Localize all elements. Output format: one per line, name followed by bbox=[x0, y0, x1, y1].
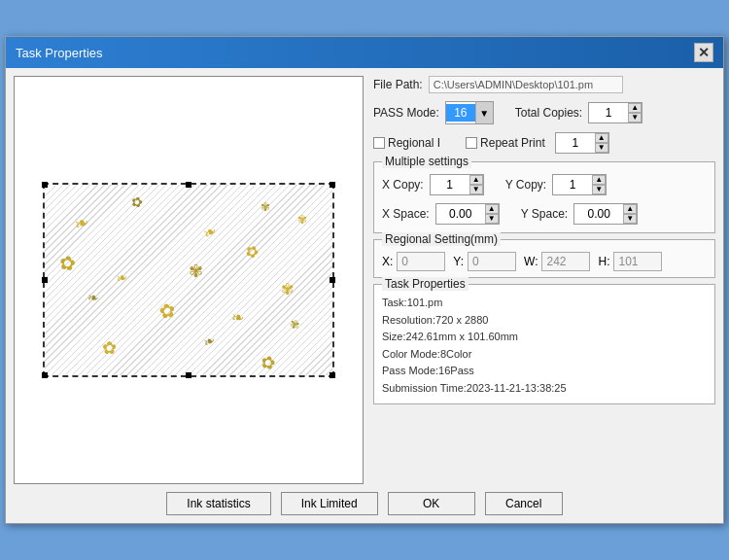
total-copies-input[interactable] bbox=[589, 104, 628, 122]
reg-y-input[interactable] bbox=[468, 252, 516, 271]
ink-statistics-button[interactable]: Ink statistics bbox=[166, 492, 270, 515]
task-resolution: Resolution:720 x 2880 bbox=[382, 312, 707, 330]
x-copy-spinner[interactable]: ▲ ▼ bbox=[430, 174, 484, 195]
regional-i-checkbox[interactable] bbox=[373, 137, 385, 149]
ink-blob: ✿ bbox=[243, 240, 262, 262]
ok-button[interactable]: OK bbox=[388, 492, 475, 515]
reg-y-label: Y: bbox=[453, 255, 464, 268]
file-path-label: File Path: bbox=[373, 78, 423, 91]
x-space-down[interactable]: ▼ bbox=[485, 214, 499, 224]
handle-top-mid[interactable] bbox=[186, 182, 191, 188]
task-properties-section: Task Properties Task:101.pm Resolution:7… bbox=[373, 284, 715, 404]
reg-x-label: X: bbox=[382, 255, 393, 268]
regional-setting-section: Regional Setting(mm) X: Y: W: H: bbox=[373, 239, 715, 278]
task-color-mode: Color Mode:8Color bbox=[382, 346, 707, 364]
ink-blob: ❧ bbox=[231, 308, 244, 327]
handle-bottom-left[interactable] bbox=[42, 372, 48, 378]
repeat-print-spinner[interactable]: ▲ ▼ bbox=[555, 132, 609, 154]
button-row: Ink statistics Ink Limited OK Cancel bbox=[6, 492, 723, 523]
regional-i-checkbox-group: Regional I bbox=[373, 136, 440, 150]
cancel-button[interactable]: Cancel bbox=[485, 492, 563, 515]
ink-blob: ✾ bbox=[189, 261, 203, 282]
y-space-up[interactable]: ▲ bbox=[623, 204, 637, 214]
y-space-label: Y Space: bbox=[521, 207, 568, 221]
pass-mode-label: PASS Mode: bbox=[373, 106, 439, 120]
x-space-input[interactable] bbox=[436, 205, 485, 223]
y-copy-label: Y Copy: bbox=[505, 178, 546, 192]
reg-w-label: W: bbox=[524, 255, 538, 268]
multiple-settings-section: Multiple settings X Copy: ▲ ▼ Y Copy: bbox=[373, 161, 715, 233]
y-copy-input[interactable] bbox=[553, 176, 592, 193]
ink-blob: ✿ bbox=[57, 250, 78, 276]
repeat-print-label: Repeat Print bbox=[480, 136, 545, 150]
task-pass-mode: Pass Mode:16Pass bbox=[382, 363, 707, 380]
regional-i-label: Regional I bbox=[388, 136, 440, 150]
window-title: Task Properties bbox=[16, 46, 103, 60]
file-path-input[interactable] bbox=[429, 76, 623, 93]
reg-h-label: H: bbox=[598, 255, 609, 268]
task-size: Size:242.61mm x 101.60mm bbox=[382, 329, 707, 346]
y-copy-spinner-btns: ▲ ▼ bbox=[592, 175, 606, 194]
y-copy-up[interactable]: ▲ bbox=[592, 175, 606, 185]
ink-blob: ✾ bbox=[281, 280, 294, 298]
repeat-print-up[interactable]: ▲ bbox=[595, 133, 608, 143]
ink-blob: ✿ bbox=[102, 337, 117, 359]
x-space-spinner[interactable]: ▲ ▼ bbox=[435, 203, 500, 225]
pass-mode-row: PASS Mode: 16 ▼ Total Copies: ▲ ▼ bbox=[373, 101, 715, 124]
reg-w-input[interactable] bbox=[541, 252, 590, 271]
regional-xywh-row: X: Y: W: H: bbox=[382, 252, 707, 271]
y-copy-down[interactable]: ▼ bbox=[592, 185, 606, 194]
y-space-spinner-btns: ▲ ▼ bbox=[623, 204, 637, 224]
y-copy-spinner[interactable]: ▲ ▼ bbox=[552, 174, 607, 195]
reg-h-input[interactable] bbox=[613, 252, 662, 271]
total-copies-down[interactable]: ▼ bbox=[628, 113, 642, 122]
handle-bottom-right[interactable] bbox=[330, 372, 335, 378]
regional-setting-content: X: Y: W: H: bbox=[382, 252, 707, 271]
handle-bottom-mid[interactable] bbox=[186, 372, 191, 378]
pass-mode-arrow[interactable]: ▼ bbox=[475, 102, 493, 123]
close-button[interactable]: ✕ bbox=[694, 43, 713, 62]
x-space-spinner-btns: ▲ ▼ bbox=[485, 204, 499, 224]
x-space-up[interactable]: ▲ bbox=[485, 204, 499, 214]
pass-mode-value: 16 bbox=[446, 104, 475, 122]
total-copies-label: Total Copies: bbox=[515, 106, 582, 120]
ink-blob: ❧ bbox=[70, 211, 91, 236]
y-space-input[interactable] bbox=[574, 205, 623, 223]
y-space-spinner[interactable]: ▲ ▼ bbox=[573, 203, 638, 225]
ink-blob: ❧ bbox=[115, 269, 130, 288]
y-space-down[interactable]: ▼ bbox=[623, 214, 637, 224]
task-name: Task:101.pm bbox=[382, 295, 707, 312]
handle-mid-left[interactable] bbox=[42, 277, 48, 283]
repeat-print-input[interactable] bbox=[556, 134, 595, 152]
ink-blob: ❧ bbox=[199, 221, 220, 243]
close-icon: ✕ bbox=[698, 45, 710, 60]
repeat-print-down[interactable]: ▼ bbox=[595, 143, 608, 153]
x-copy-spinner-btns: ▲ ▼ bbox=[469, 175, 483, 194]
handle-mid-right[interactable] bbox=[330, 277, 335, 283]
ink-limited-button[interactable]: Ink Limited bbox=[281, 492, 378, 515]
x-copy-input[interactable] bbox=[431, 176, 469, 193]
multiple-settings-content: X Copy: ▲ ▼ Y Copy: ▲ bbox=[382, 174, 707, 227]
x-copy-up[interactable]: ▲ bbox=[469, 175, 483, 185]
file-path-row: File Path: bbox=[373, 76, 715, 93]
ink-blob: ✾ bbox=[260, 200, 270, 214]
task-submission-time: Submission Time:2023-11-21-13:38:25 bbox=[382, 380, 707, 398]
ink-blob: ❧ bbox=[87, 290, 99, 305]
ink-blob: ❧ bbox=[200, 332, 218, 351]
total-copies-spinner[interactable]: ▲ ▼ bbox=[588, 102, 642, 123]
repeat-print-checkbox[interactable] bbox=[466, 137, 477, 149]
total-copies-up[interactable]: ▲ bbox=[628, 103, 642, 113]
ink-blob: ✾ bbox=[297, 213, 307, 227]
task-properties-window: Task Properties ✕ ❧ ✿ ❧ ✾ ✿ ❧ ✾ bbox=[5, 36, 724, 524]
pass-mode-select[interactable]: 16 ▼ bbox=[445, 101, 494, 124]
ink-blob: ✿ bbox=[129, 193, 145, 212]
xy-space-row: X Space: ▲ ▼ Y Space: ▲ bbox=[382, 203, 707, 225]
reg-x-input[interactable] bbox=[397, 252, 445, 271]
x-copy-down[interactable]: ▼ bbox=[469, 185, 483, 194]
handle-top-right[interactable] bbox=[330, 182, 335, 188]
title-bar: Task Properties ✕ bbox=[6, 37, 723, 68]
preview-area: ❧ ✿ ❧ ✾ ✿ ❧ ✾ ✿ ❧ ✿ ❧ ✾ ✿ ❧ ✾ bbox=[15, 77, 363, 483]
handle-top-left[interactable] bbox=[42, 182, 48, 188]
hatch-container: ❧ ✿ ❧ ✾ ✿ ❧ ✾ ✿ ❧ ✿ ❧ ✾ ✿ ❧ ✾ bbox=[43, 183, 334, 377]
right-panel: File Path: PASS Mode: 16 ▼ Total Copies:… bbox=[373, 76, 715, 484]
